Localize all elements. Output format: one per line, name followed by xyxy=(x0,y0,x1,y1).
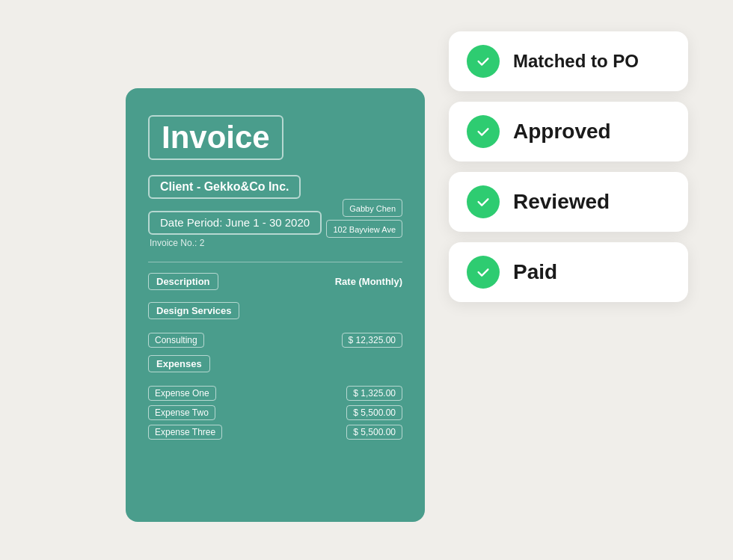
expense-label-2: Expense Three xyxy=(148,425,222,440)
expense-row-1: Expense Two $ 5,500.00 xyxy=(148,405,402,420)
recipient-name-box: Gabby Chen xyxy=(343,199,402,217)
check-icon-approved xyxy=(467,115,500,148)
invoice-divider xyxy=(148,262,402,262)
consulting-label: Consulting xyxy=(148,333,204,348)
expense-label-1: Expense Two xyxy=(148,405,215,420)
expense-amount-2: $ 5,500.00 xyxy=(346,425,402,440)
status-label-approved: Approved xyxy=(513,120,611,144)
table-header-description: Description xyxy=(148,273,218,290)
invoice-card: Invoice Client - Gekko&Co Inc. Date Peri… xyxy=(126,88,425,522)
status-label-paid: Paid xyxy=(513,260,557,284)
recipient-address-box: 102 Bayview Ave xyxy=(326,220,402,238)
status-card-matched-to-po: Matched to PO xyxy=(449,31,688,91)
invoice-recipient: Gabby Chen 102 Bayview Ave xyxy=(326,199,402,238)
expense-row-2: Expense Three $ 5,500.00 xyxy=(148,425,402,440)
check-icon-matched xyxy=(467,45,500,78)
status-card-paid: Paid xyxy=(449,242,688,302)
consulting-row: Consulting $ 12,325.00 xyxy=(148,333,402,348)
status-label-reviewed: Reviewed xyxy=(513,190,610,214)
invoice-date-text: Date Period: June 1 - 30 2020 xyxy=(160,216,310,229)
expense-row-0: Expense One $ 1,325.00 xyxy=(148,386,402,401)
status-card-reviewed: Reviewed xyxy=(449,172,688,232)
invoice-client: Client - Gekko&Co Inc. xyxy=(148,175,301,199)
status-cards-container: Matched to PO Approved Reviewed xyxy=(449,31,688,302)
expense-amount-0: $ 1,325.00 xyxy=(346,386,402,401)
status-card-approved: Approved xyxy=(449,102,688,161)
expense-amount-1: $ 5,500.00 xyxy=(346,405,402,420)
invoice-date-box: Date Period: June 1 - 30 2020 xyxy=(148,211,322,235)
expense-label-0: Expense One xyxy=(148,386,216,401)
recipient-address: 102 Bayview Ave xyxy=(333,225,396,234)
section-expenses: Expenses xyxy=(148,355,210,372)
scene: Invoice Client - Gekko&Co Inc. Date Peri… xyxy=(0,0,733,560)
invoice-table-header: Description Rate (Monthly) xyxy=(148,273,402,290)
status-label-matched-to-po: Matched to PO xyxy=(513,51,639,72)
recipient-name: Gabby Chen xyxy=(349,204,396,213)
invoice-title: Invoice xyxy=(148,115,283,160)
table-header-rate: Rate (Monthly) xyxy=(335,276,402,287)
check-icon-paid xyxy=(467,256,500,289)
section-design-services: Design Services xyxy=(148,302,239,319)
check-icon-reviewed xyxy=(467,185,500,218)
invoice-number: Invoice No.: 2 xyxy=(148,238,402,248)
consulting-amount: $ 12,325.00 xyxy=(342,333,402,348)
